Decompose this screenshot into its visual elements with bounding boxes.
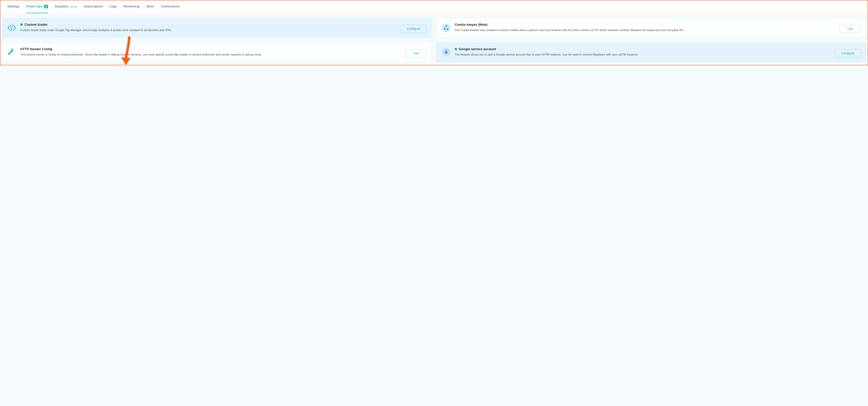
card-content: Google service account This feature allo… (455, 47, 831, 57)
tab-powerups[interactable]: Power-Ups 6 (26, 0, 48, 13)
tab-label: Store (146, 5, 154, 8)
card-cookie-keeper: Cookie keeper (Beta) The Cookie Keeper w… (436, 18, 866, 38)
beta-label: (Beta) (70, 5, 77, 8)
tab-analytics[interactable]: Analytics (Beta) (55, 0, 77, 13)
status-dot-active (20, 24, 23, 26)
tab-subscription[interactable]: Subscription (84, 0, 103, 13)
tab-label: Settings (7, 5, 20, 8)
card-custom-loader: Custom loader Custom loader helps make G… (2, 18, 432, 38)
tab-label: Connections (161, 5, 180, 8)
tab-label: Logs (110, 5, 117, 8)
card-google-service-account: Google service account This feature allo… (436, 42, 866, 62)
card-title: Cookie keeper (Beta) (455, 23, 488, 27)
configure-button[interactable]: Configure (835, 49, 861, 58)
card-title: HTTP Header Config (20, 47, 52, 51)
card-content: HTTP Header Config This feature comes in… (20, 47, 402, 57)
tab-label: Monitoring (123, 5, 140, 8)
code-icon (7, 23, 17, 32)
use-button[interactable]: Use (840, 25, 861, 33)
shield-lock-icon (441, 47, 451, 57)
app-frame: Settings Power-Ups 6 Analytics (Beta) Su… (0, 0, 868, 65)
powerups-grid: Custom loader Custom loader helps make G… (0, 13, 868, 65)
use-button[interactable]: Use (405, 49, 427, 58)
cookie-icon (441, 23, 451, 32)
tab-label: Subscription (84, 5, 103, 8)
card-description: This feature allows you to add a Google … (455, 53, 831, 57)
tab-label: Power-Ups (26, 5, 42, 8)
tab-connections[interactable]: Connections (161, 0, 180, 13)
svg-line-0 (11, 25, 12, 31)
svg-rect-1 (445, 52, 447, 54)
card-description: This feature comes in handy for testing … (20, 53, 402, 57)
wrench-icon (7, 47, 17, 57)
card-description: Custom loader helps make Google Tag Mana… (20, 28, 397, 32)
tab-logs[interactable]: Logs (110, 0, 117, 13)
tab-bar: Settings Power-Ups 6 Analytics (Beta) Su… (0, 0, 868, 13)
configure-button[interactable]: Configure (401, 25, 427, 33)
tab-label: Analytics (55, 5, 69, 8)
tab-monitoring[interactable]: Monitoring (123, 0, 140, 13)
powerups-count-badge: 6 (44, 5, 48, 8)
card-description: The Cookie Keeper was created to extend … (455, 28, 836, 32)
card-title: Google service account (459, 47, 496, 51)
status-dot-active (455, 48, 457, 50)
tab-settings[interactable]: Settings (7, 0, 20, 13)
card-http-header: HTTP Header Config This feature comes in… (2, 42, 432, 62)
card-content: Cookie keeper (Beta) The Cookie Keeper w… (455, 23, 836, 32)
tab-store[interactable]: Store (146, 0, 154, 13)
card-title: Custom loader (25, 23, 48, 27)
card-content: Custom loader Custom loader helps make G… (20, 23, 397, 32)
